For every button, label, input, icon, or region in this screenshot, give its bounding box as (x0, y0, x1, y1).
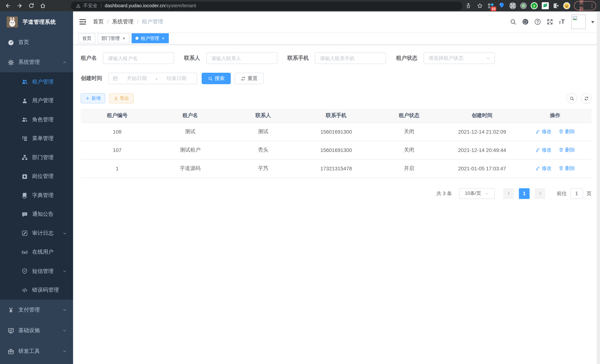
contact-input[interactable] (206, 53, 278, 64)
github-icon[interactable] (522, 18, 529, 25)
sidebar-item-tenant[interactable]: 租户管理 (0, 72, 73, 91)
refresh-icon (584, 96, 589, 101)
next-page-button[interactable] (534, 188, 545, 199)
sidebar-item-online-user[interactable]: 在线用户 (0, 243, 73, 262)
online-icon (21, 249, 28, 255)
search-button[interactable]: 搜索 (202, 73, 231, 84)
profile-avatar[interactable] (562, 0, 572, 11)
cell-created: 2021-12-14 21:02:09 (446, 122, 519, 141)
delete-row-link[interactable]: 删除 (558, 128, 575, 135)
browser-back-button[interactable] (2, 0, 14, 11)
delete-row-link[interactable]: 删除 (558, 146, 575, 153)
sidebar-item-payment[interactable]: 支付管理 (0, 300, 73, 320)
mobile-input[interactable] (315, 53, 386, 64)
sidebar-item-home[interactable]: 首页 (0, 32, 73, 52)
sidebar-item-error-code[interactable]: 错误码管理 (0, 281, 73, 300)
edit-row-link[interactable]: 修改 (535, 146, 552, 153)
status-select[interactable]: 请选择租户状态 (423, 53, 495, 64)
sidebar-item-dev-tool[interactable]: 研发工具 (0, 341, 73, 362)
extension-chat-button[interactable] (540, 0, 551, 11)
extension-balloon-button[interactable] (497, 0, 507, 11)
fullscreen-icon[interactable] (546, 18, 553, 25)
refresh-table-button[interactable] (581, 93, 592, 104)
sidebar-item-role[interactable]: 角色管理 (0, 110, 73, 129)
edit-row-link[interactable]: 修改 (535, 128, 552, 135)
extension-tabs-button[interactable]: 10 (486, 0, 496, 11)
page-size-select[interactable]: 10条/页 (459, 188, 495, 199)
font-size-icon[interactable]: TT (559, 19, 565, 25)
tab-label: 首页 (82, 35, 92, 42)
sidebar-item-user[interactable]: 用户管理 (0, 91, 73, 110)
log-icon (21, 230, 28, 237)
url-bar[interactable]: 不安全 dashboard.yudao.iocoder.cn/system/te… (71, 1, 462, 10)
extensions-menu-button[interactable] (551, 0, 562, 11)
goto-page-input[interactable] (570, 188, 583, 199)
table-toolbar: 新增 导出 (81, 93, 591, 104)
sidebar-item-dept[interactable]: 部门管理 (0, 148, 73, 167)
sidebar-item-infrastructure[interactable]: 基础设施 (0, 320, 73, 341)
trash-icon (558, 166, 563, 171)
broken-image-icon (572, 16, 578, 21)
export-button[interactable]: 导出 (109, 93, 134, 103)
sidebar: 芋道管理系统 首页系统管理租户管理用户管理角色管理菜单管理部门管理岗位管理字典管… (0, 11, 73, 364)
toggle-search-button[interactable] (566, 93, 577, 104)
sidebar-item-post[interactable]: 岗位管理 (0, 167, 73, 186)
tab-dept[interactable]: 部门管理× (98, 33, 129, 43)
sidebar-item-label: 短信管理 (32, 268, 54, 275)
chevron-down-icon (486, 56, 490, 61)
sidebar-fold-icon[interactable] (79, 18, 86, 26)
column-header: 联系手机 (300, 109, 373, 122)
cell-name: 芋道源码 (154, 159, 227, 177)
sidebar-item-audit-log[interactable]: 审计日志 (0, 224, 73, 243)
close-tab-icon[interactable]: × (161, 36, 165, 41)
sidebar-item-notice[interactable]: 通知公告 (0, 205, 73, 224)
header-search-icon[interactable] (510, 18, 516, 25)
avatar-caret-down-icon[interactable] (591, 21, 594, 25)
reset-button[interactable]: 重置 (234, 73, 264, 84)
gear-icon (8, 59, 14, 66)
browser-forward-button[interactable] (14, 0, 26, 11)
add-button[interactable]: 新增 (81, 93, 105, 103)
sidebar-item-label: 岗位管理 (32, 173, 54, 180)
cell-status: 关闭 (373, 141, 445, 159)
user-avatar[interactable] (571, 14, 586, 29)
extension-y-button[interactable]: y (529, 0, 540, 11)
browser-home-button[interactable] (37, 0, 49, 11)
delete-row-link[interactable]: 删除 (558, 165, 575, 172)
sidebar-item-system[interactable]: 系统管理 (0, 53, 73, 72)
sidebar-item-dict[interactable]: 字典管理 (0, 186, 73, 205)
table-row: 108测试测试15601691300关闭2021-12-14 21:02:09修… (81, 122, 591, 141)
sidebar-item-sms[interactable]: 短信管理 (0, 262, 73, 281)
notice-icon (21, 211, 28, 218)
tab-tenant[interactable]: 租户管理× (132, 33, 169, 43)
extension-command-button[interactable] (507, 0, 518, 11)
breadcrumb-home[interactable]: 首页 (93, 18, 104, 25)
browser-reload-button[interactable] (25, 0, 37, 11)
scrollbar-track[interactable] (597, 11, 600, 364)
edit-row-link[interactable]: 修改 (535, 165, 552, 172)
omnibox-divider (101, 3, 101, 9)
date-range-picker[interactable]: 开始日期 - 结束日期 (108, 73, 197, 84)
sidebar-item-label: 错误码管理 (32, 287, 59, 293)
help-icon[interactable] (534, 18, 541, 25)
bookmark-button[interactable] (474, 0, 486, 11)
search-icon (208, 76, 213, 81)
dept-icon (21, 154, 28, 161)
table-row: 107测试租户秃头15601691300关闭2021-12-14 20:49:4… (81, 141, 591, 159)
browser-update-button[interactable]: 更新 (574, 1, 596, 10)
prev-page-button[interactable] (503, 188, 514, 199)
share-button[interactable] (462, 0, 474, 11)
tab-home[interactable]: 首页 (78, 33, 95, 43)
close-tab-icon[interactable]: × (122, 36, 126, 41)
dashboard-icon (8, 39, 14, 46)
sidebar-item-menu[interactable]: 菜单管理 (0, 129, 73, 148)
browser-menu-icon[interactable] (591, 3, 592, 8)
filter-row-1: 租户名 联系人 联系手机 租户状态 请选择租户状态 (81, 53, 591, 64)
tenant-name-input[interactable] (103, 53, 174, 64)
extension-recorder-button[interactable] (518, 0, 529, 11)
yen-icon (8, 307, 14, 313)
page-number-button[interactable]: 1 (519, 188, 530, 199)
app-logo[interactable]: 芋道管理系统 (0, 11, 73, 32)
security-label[interactable]: 不安全 (83, 2, 97, 9)
page-content: 租户名 联系人 联系手机 租户状态 请选择租户状态 (73, 45, 600, 364)
